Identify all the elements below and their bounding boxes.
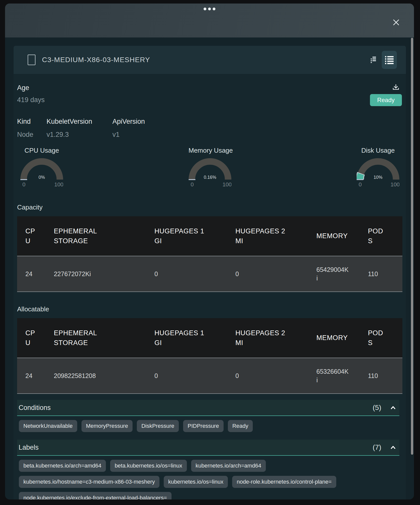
label-chip: kubernetes.io/arch=amd64 — [191, 460, 266, 472]
disk-usage-gauge: Disk Usage 10% 0 100 — [357, 146, 399, 189]
chevron-up-icon — [389, 404, 397, 411]
allocatable-col-pods: PODS — [364, 318, 402, 358]
allocatable-cpu-value: 24 — [17, 358, 50, 394]
conditions-section-header[interactable]: Conditions (5) — [17, 400, 399, 416]
api-version-label: ApiVersion — [112, 117, 145, 126]
allocatable-col-hugepages-1gi: HUGEPAGES 1 GI — [150, 318, 231, 358]
capacity-col-hugepages-1gi: HUGEPAGES 1 GI — [150, 216, 231, 256]
api-version-value: v1 — [112, 130, 145, 139]
conditions-chips: NetworkUnavailable MemoryPressure DiskPr… — [17, 420, 402, 432]
node-card: C3-MEDIUM-X86-03-MESHERY — [14, 46, 406, 499]
memory-usage-title: Memory Usage — [189, 146, 231, 155]
allocatable-table-row: 24 209822581208 0 0 65326604Ki 110 — [17, 358, 402, 394]
disk-usage-title: Disk Usage — [357, 146, 399, 155]
svg-text:0: 0 — [22, 181, 25, 188]
allocatable-memory-value: 65326604Ki — [312, 358, 364, 394]
allocatable-col-memory: MEMORY — [312, 318, 364, 358]
condition-chip: MemoryPressure — [81, 420, 133, 432]
capacity-hugepages-2mi-value: 0 — [231, 256, 312, 292]
download-icon — [392, 83, 400, 92]
allocatable-col-cpu: CPU — [17, 318, 50, 358]
list-view-icon — [384, 55, 394, 65]
svg-text:100: 100 — [54, 181, 63, 188]
age-value: 419 days — [17, 96, 45, 104]
download-button[interactable] — [392, 83, 400, 92]
allocatable-col-ephemeral-storage: EPHEMERAL STORAGE — [50, 318, 150, 358]
allocatable-heading: Allocatable — [17, 305, 402, 314]
capacity-cpu-value: 24 — [17, 256, 50, 292]
allocatable-col-hugepages-2mi: HUGEPAGES 2 MI — [231, 318, 312, 358]
condition-chip: Ready — [228, 420, 253, 432]
capacity-table: CPU EPHEMERAL STORAGE HUGEPAGES 1 GI HUG… — [17, 216, 402, 292]
capacity-hugepages-1gi-value: 0 — [150, 256, 231, 292]
svg-text:0%: 0% — [38, 175, 45, 180]
node-select-checkbox[interactable] — [28, 55, 35, 65]
allocatable-hugepages-1gi-value: 0 — [150, 358, 231, 394]
memory-usage-gauge-chart: 0.16% 0 100 — [189, 158, 231, 189]
svg-text:0.16%: 0.16% — [204, 175, 216, 180]
list-view-button[interactable] — [382, 51, 397, 69]
labels-chips: beta.kubernetes.io/arch=amd64 beta.kuber… — [17, 460, 402, 499]
svg-text:100: 100 — [391, 181, 399, 188]
capacity-memory-value: 65429004Ki — [312, 256, 364, 292]
node-card-header: C3-MEDIUM-X86-03-MESHERY — [14, 46, 406, 74]
memory-usage-gauge: Memory Usage 0.16% 0 100 — [189, 146, 231, 189]
condition-chip: NetworkUnavailable — [19, 420, 77, 432]
age-label: Age — [17, 83, 45, 92]
drag-handle-dots-icon[interactable] — [204, 8, 216, 10]
usage-gauges: CPU Usage 0% 0 100 Memory Usage — [17, 146, 402, 189]
kubelet-version-label: KubeletVersion — [47, 117, 112, 126]
allocatable-hugepages-2mi-value: 0 — [231, 358, 312, 394]
cpu-usage-gauge-chart: 0% 0 100 — [20, 158, 63, 189]
kubelet-version-value: v1.29.3 — [47, 130, 112, 139]
label-chip: node-role.kubernetes.io/control-plane= — [232, 476, 336, 488]
meta-section: Kind Node KubeletVersion v1.29.3 ApiVers… — [17, 117, 402, 139]
capacity-col-hugepages-2mi: HUGEPAGES 2 MI — [231, 216, 312, 256]
node-title: C3-MEDIUM-X86-03-MESHERY — [42, 56, 368, 64]
age-section: Age 419 days Ready — [17, 83, 402, 106]
label-chip: node.kubernetes.io/exclude-from-external… — [19, 492, 172, 499]
status-badge: Ready — [370, 94, 402, 106]
cpu-usage-gauge: CPU Usage 0% 0 100 — [20, 146, 63, 189]
condition-chip: DiskPressure — [137, 420, 179, 432]
condensed-view-icon — [370, 56, 377, 64]
view-toggle — [368, 51, 397, 69]
disk-usage-gauge-chart: 10% 0 100 — [357, 158, 399, 189]
conditions-heading: Conditions — [19, 404, 373, 412]
labels-section-header[interactable]: Labels (7) — [17, 440, 399, 456]
condensed-view-button[interactable] — [368, 54, 378, 65]
svg-text:10%: 10% — [373, 175, 382, 180]
label-chip: beta.kubernetes.io/os=linux — [110, 460, 187, 472]
labels-heading: Labels — [19, 444, 373, 451]
capacity-table-header-row: CPU EPHEMERAL STORAGE HUGEPAGES 1 GI HUG… — [17, 216, 402, 256]
capacity-col-cpu: CPU — [17, 216, 50, 256]
capacity-col-ephemeral-storage: EPHEMERAL STORAGE — [50, 216, 150, 256]
allocatable-ephemeral-storage-value: 209822581208 — [50, 358, 150, 394]
kind-value: Node — [17, 130, 47, 139]
node-card-body: Age 419 days Ready — [14, 83, 406, 499]
capacity-col-memory: MEMORY — [312, 216, 364, 256]
allocatable-pods-value: 110 — [364, 358, 402, 394]
close-button[interactable] — [391, 18, 401, 27]
modal-scrollbar[interactable] — [411, 38, 413, 455]
label-chip: beta.kubernetes.io/arch=amd64 — [19, 460, 106, 472]
svg-text:0: 0 — [359, 181, 362, 188]
modal-header — [5, 4, 414, 37]
capacity-table-row: 24 227672072Ki 0 0 65429004Ki 110 — [17, 256, 402, 292]
label-chip: kubernetes.io/os=linux — [164, 476, 228, 488]
svg-text:100: 100 — [222, 181, 231, 188]
condition-chip: PIDPressure — [183, 420, 224, 432]
label-chip: kubernetes.io/hostname=c3-medium-x86-03-… — [19, 476, 159, 488]
node-details-modal: C3-MEDIUM-X86-03-MESHERY — [5, 4, 414, 499]
conditions-count: (5) — [373, 404, 381, 412]
labels-count: (7) — [373, 443, 381, 451]
cpu-usage-title: CPU Usage — [20, 146, 63, 155]
svg-text:0: 0 — [190, 181, 193, 188]
capacity-ephemeral-storage-value: 227672072Ki — [50, 256, 150, 292]
close-icon — [392, 18, 400, 27]
allocatable-table-header-row: CPU EPHEMERAL STORAGE HUGEPAGES 1 GI HUG… — [17, 318, 402, 358]
kind-label: Kind — [17, 117, 47, 126]
capacity-heading: Capacity — [17, 203, 402, 212]
allocatable-table: CPU EPHEMERAL STORAGE HUGEPAGES 1 GI HUG… — [17, 318, 402, 394]
chevron-up-icon — [389, 444, 397, 451]
